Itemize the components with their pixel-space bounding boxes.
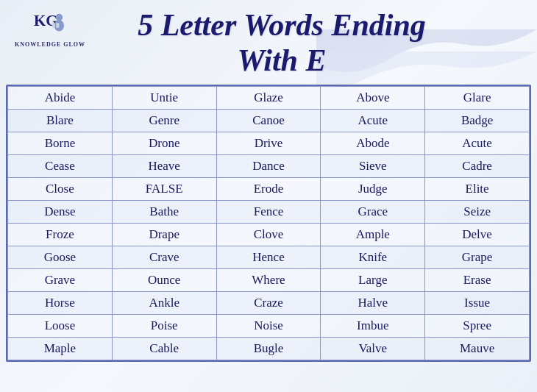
- table-row: CeaseHeaveDanceSieveCadre: [8, 154, 530, 177]
- table-row: HorseAnkleCrazeHalveIssue: [8, 291, 530, 314]
- table-row: GraveOunceWhereLargeErase: [8, 268, 530, 291]
- table-cell: Canoe: [216, 109, 321, 132]
- table-cell: Abode: [321, 132, 425, 154]
- table-cell: Drive: [216, 132, 321, 154]
- table-cell: Ankle: [112, 291, 216, 314]
- table-cell: Blare: [8, 109, 113, 132]
- logo-text: Knowledge Glow: [15, 41, 85, 48]
- table-cell: Abide: [8, 86, 113, 109]
- table-cell: Delve: [425, 223, 530, 246]
- table-cell: Knife: [321, 246, 425, 268]
- table-cell: Craze: [216, 291, 321, 314]
- table-cell: Judge: [321, 177, 425, 200]
- words-table: AbideUntieGlazeAboveGlareBlareGenreCanoe…: [7, 86, 530, 360]
- table-row: FrozeDrapeCloveAmpleDelve: [8, 223, 530, 246]
- table-cell: Ample: [321, 223, 425, 246]
- table-cell: Bugle: [216, 337, 321, 360]
- table-cell: Elite: [425, 177, 530, 200]
- table-cell: Seize: [425, 200, 530, 223]
- table-cell: Mauve: [425, 337, 530, 360]
- table-cell: Cease: [8, 154, 113, 177]
- header-area: KG Knowledge Glow 5 Letter Words Ending …: [0, 0, 537, 85]
- table-cell: Erode: [216, 177, 321, 200]
- table-cell: Issue: [425, 291, 530, 314]
- table-row: LoosePoiseNoiseImbueSpree: [8, 314, 530, 337]
- table-cell: Glare: [425, 86, 530, 109]
- table-cell: Acute: [425, 132, 530, 154]
- table-cell: Poise: [112, 314, 216, 337]
- table-cell: Heave: [112, 154, 216, 177]
- table-row: CloseFALSEErodeJudgeElite: [8, 177, 530, 200]
- table-cell: Borne: [8, 132, 113, 154]
- table-cell: Drone: [112, 132, 216, 154]
- table-cell: Hence: [216, 246, 321, 268]
- table-cell: Close: [8, 177, 113, 200]
- table-cell: Cadre: [425, 154, 530, 177]
- table-cell: Crave: [112, 246, 216, 268]
- table-cell: Above: [321, 86, 425, 109]
- table-cell: Grace: [321, 200, 425, 223]
- table-cell: Clove: [216, 223, 321, 246]
- table-cell: Badge: [425, 109, 530, 132]
- logo-icon: KG: [32, 10, 68, 40]
- table-row: BlareGenreCanoeAcuteBadge: [8, 109, 530, 132]
- table-row: MapleCableBugleValveMauve: [8, 337, 530, 360]
- main-title: 5 Letter Words Ending With E: [93, 7, 471, 79]
- table-row: BorneDroneDriveAbodeAcute: [8, 132, 530, 154]
- table-cell: Imbue: [321, 314, 425, 337]
- table-cell: Erase: [425, 268, 530, 291]
- table-cell: Glaze: [216, 86, 321, 109]
- table-cell: Maple: [8, 337, 113, 360]
- title-area: 5 Letter Words Ending With E: [93, 7, 522, 79]
- table-cell: Ounce: [112, 268, 216, 291]
- table-cell: Spree: [425, 314, 530, 337]
- logo-area: KG Knowledge Glow: [15, 7, 85, 48]
- table-cell: Goose: [8, 246, 113, 268]
- table-cell: Valve: [321, 337, 425, 360]
- table-cell: FALSE: [112, 177, 216, 200]
- table-cell: Grape: [425, 246, 530, 268]
- table-cell: Large: [321, 268, 425, 291]
- table-cell: Acute: [321, 109, 425, 132]
- table-container: AbideUntieGlazeAboveGlareBlareGenreCanoe…: [6, 85, 531, 362]
- table-cell: Froze: [8, 223, 113, 246]
- table-cell: Untie: [112, 86, 216, 109]
- table-cell: Genre: [112, 109, 216, 132]
- svg-point-1: [56, 14, 63, 21]
- table-cell: Sieve: [321, 154, 425, 177]
- table-cell: Bathe: [112, 200, 216, 223]
- table-cell: Dance: [216, 154, 321, 177]
- table-cell: Grave: [8, 268, 113, 291]
- table-cell: Horse: [8, 291, 113, 314]
- table-cell: Drape: [112, 223, 216, 246]
- table-row: GooseCraveHenceKnifeGrape: [8, 246, 530, 268]
- table-cell: Cable: [112, 337, 216, 360]
- table-cell: Noise: [216, 314, 321, 337]
- table-cell: Halve: [321, 291, 425, 314]
- table-cell: Loose: [8, 314, 113, 337]
- table-row: AbideUntieGlazeAboveGlare: [8, 86, 530, 109]
- table-cell: Dense: [8, 200, 113, 223]
- table-row: DenseBatheFenceGraceSeize: [8, 200, 530, 223]
- table-cell: Fence: [216, 200, 321, 223]
- table-cell: Where: [216, 268, 321, 291]
